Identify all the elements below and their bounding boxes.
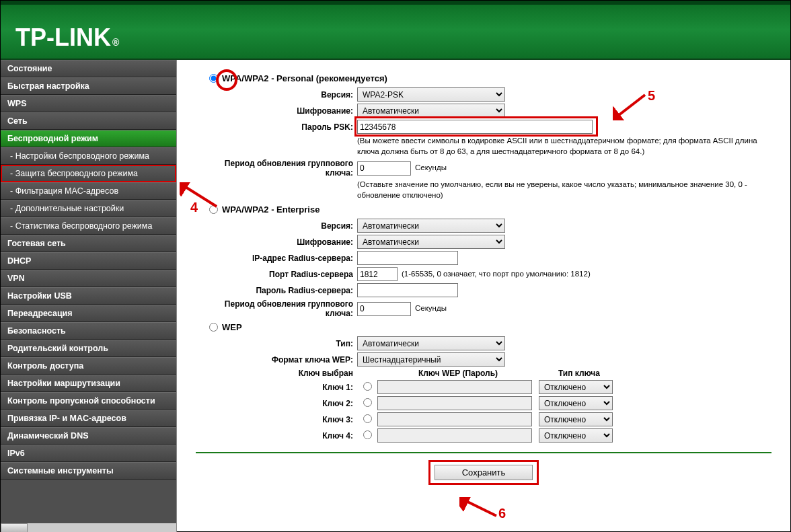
annotation-rect-save: Сохранить: [428, 460, 539, 485]
select-version-enterprise[interactable]: Автоматически: [357, 219, 505, 233]
brand-text: TP-LINK: [15, 24, 111, 52]
section-title-enterprise: WPA/WPA2 - Enterprise: [222, 204, 319, 215]
sidebar-item-15[interactable]: Безопасность: [1, 322, 176, 340]
wep-key-row: Ключ 4:Отключено: [196, 428, 771, 443]
input-wep-key-3[interactable]: [377, 412, 532, 426]
section-title-wep: WEP: [222, 322, 242, 332]
radio-wpa-personal[interactable]: [209, 74, 218, 83]
select-version-personal[interactable]: WPA2-PSK: [357, 87, 505, 102]
wep-key-label: Ключ 4:: [196, 431, 357, 441]
radio-wep-key-1[interactable]: [363, 382, 372, 391]
radio-wep[interactable]: [209, 323, 218, 332]
label-group-key-ent: Период обновления группового ключа:: [196, 299, 357, 318]
input-wep-key-4[interactable]: [377, 428, 532, 443]
input-radius-password[interactable]: [357, 283, 458, 297]
sidebar-item-20[interactable]: Привязка IP- и MAC-адресов: [1, 410, 176, 427]
wep-key-label: Ключ 3:: [196, 415, 357, 424]
label-radius-pw: Пароль Radius-сервера:: [196, 286, 357, 295]
sidebar-item-19[interactable]: Контроль пропускной способности: [1, 392, 176, 410]
radio-wep-key-2[interactable]: [363, 398, 372, 407]
select-wep-type[interactable]: Автоматически: [357, 336, 505, 350]
divider: [196, 452, 771, 453]
sidebar-item-8[interactable]: - Дополнительные настройки: [1, 200, 176, 217]
header-strip: [1, 1, 790, 5]
sidebar-item-4[interactable]: Беспроводной режим: [1, 130, 176, 147]
scrollbar-handle[interactable]: [1, 523, 28, 532]
sidebar-item-5[interactable]: - Настройки беспроводного режима: [1, 147, 176, 165]
sidebar-item-10[interactable]: Гостевая сеть: [1, 235, 176, 252]
save-wrap: Сохранить: [196, 460, 771, 485]
label-radius-ip: IP-адрес Radius-сервера:: [196, 254, 357, 263]
wep-key-row: Ключ 1:Отключено: [196, 380, 771, 394]
select-wep-key-type-2[interactable]: Отключено: [539, 396, 613, 410]
col-wep-password: Ключ WEP (Пароль): [377, 369, 539, 378]
sidebar: СостояниеБыстрая настройкаWPSСетьБеспров…: [1, 60, 177, 532]
save-button[interactable]: Сохранить: [435, 465, 533, 480]
wep-key-label: Ключ 1:: [196, 383, 357, 392]
header: TP-LINK®: [1, 1, 790, 60]
section-title-personal: WPA/WPA2 - Personal (рекомендуется): [222, 73, 387, 83]
label-key-selected: Ключ выбран: [196, 369, 357, 378]
sidebar-item-12[interactable]: VPN: [1, 270, 176, 287]
svg-line-1: [463, 500, 496, 516]
sidebar-item-3[interactable]: Сеть: [1, 112, 176, 130]
radio-wep-key-3[interactable]: [363, 414, 372, 423]
sidebar-item-1[interactable]: Быстрая настройка: [1, 77, 176, 95]
sidebar-item-21[interactable]: Динамический DNS: [1, 427, 176, 445]
sidebar-item-14[interactable]: Переадресация: [1, 305, 176, 322]
registered-icon: ®: [112, 37, 119, 48]
radio-wep-key-4[interactable]: [363, 430, 372, 439]
input-group-key-enterprise[interactable]: [357, 302, 411, 316]
section-personal: WPA/WPA2 - Personal (рекомендуется) Верс…: [196, 73, 771, 200]
radio-wpa-enterprise[interactable]: [209, 205, 218, 214]
select-encryption-enterprise[interactable]: Автоматически: [357, 235, 505, 249]
arrow-6: [459, 497, 500, 517]
select-encryption-personal[interactable]: Автоматически: [357, 104, 505, 118]
sidebar-item-11[interactable]: DHCP: [1, 252, 176, 270]
wep-key-label: Ключ 2:: [196, 399, 357, 408]
sidebar-item-22[interactable]: IPv6: [1, 445, 176, 462]
sidebar-item-9[interactable]: - Статистика беспроводного режима: [1, 217, 176, 235]
sidebar-item-23[interactable]: Системные инструменты: [1, 462, 176, 480]
sidebar-item-0[interactable]: Состояние: [1, 60, 176, 77]
select-wep-key-type-1[interactable]: Отключено: [539, 380, 613, 394]
unit-seconds: Секунды: [415, 163, 447, 174]
label-encryption-ent: Шифрование:: [196, 237, 357, 247]
sidebar-item-18[interactable]: Настройки маршрутизации: [1, 375, 176, 392]
unit-seconds-ent: Секунды: [415, 303, 447, 314]
input-group-key-personal[interactable]: [357, 161, 411, 176]
section-wep: WEP Тип: Автоматически Формат ключа WEP:…: [196, 322, 771, 443]
main-content: WPA/WPA2 - Personal (рекомендуется) Верс…: [177, 60, 790, 532]
section-enterprise: WPA/WPA2 - Enterprise Версия: Автоматиче…: [196, 204, 771, 318]
label-version: Версия:: [196, 90, 357, 100]
label-radius-port: Порт Radius-сервера: [196, 270, 357, 279]
sidebar-item-2[interactable]: WPS: [1, 95, 176, 112]
select-wep-key-type-4[interactable]: Отключено: [539, 428, 613, 443]
label-encryption: Шифрование:: [196, 106, 357, 116]
sidebar-item-7[interactable]: - Фильтрация MAC-адресов: [1, 182, 176, 200]
wep-key-row: Ключ 3:Отключено: [196, 412, 771, 426]
input-psk-password[interactable]: [357, 120, 593, 134]
note-radius-port: (1-65535, 0 означает, что порт про умолч…: [402, 269, 591, 280]
label-psk: Пароль PSK:: [196, 122, 357, 132]
scrollbar-bottom[interactable]: [1, 523, 176, 532]
note-group-key: (Оставьте значение по умолчанию, если вы…: [357, 180, 771, 200]
input-radius-port[interactable]: [357, 267, 398, 281]
select-wep-format[interactable]: Шестнадцатеричный: [357, 352, 505, 367]
sidebar-item-6[interactable]: - Защита беспроводного режима: [1, 165, 176, 182]
input-wep-key-1[interactable]: [377, 380, 532, 394]
brand-logo: TP-LINK®: [15, 24, 119, 52]
input-radius-ip[interactable]: [357, 251, 458, 265]
label-version-ent: Версия:: [196, 221, 357, 231]
input-wep-key-2[interactable]: [377, 396, 532, 410]
label-wep-format: Формат ключа WEP:: [196, 355, 357, 365]
sidebar-item-13[interactable]: Настройки USB: [1, 287, 176, 305]
sidebar-item-17[interactable]: Контроль доступа: [1, 357, 176, 375]
label-group-key: Период обновления группового ключа:: [196, 159, 357, 178]
select-wep-key-type-3[interactable]: Отключено: [539, 412, 613, 426]
col-wep-type: Тип ключа: [539, 369, 619, 378]
sidebar-item-16[interactable]: Родительский контроль: [1, 340, 176, 357]
wep-key-row: Ключ 2:Отключено: [196, 396, 771, 410]
annotation-6: 6: [498, 506, 506, 521]
note-psk: (Вы можете ввести символы в кодировке AS…: [357, 136, 771, 157]
